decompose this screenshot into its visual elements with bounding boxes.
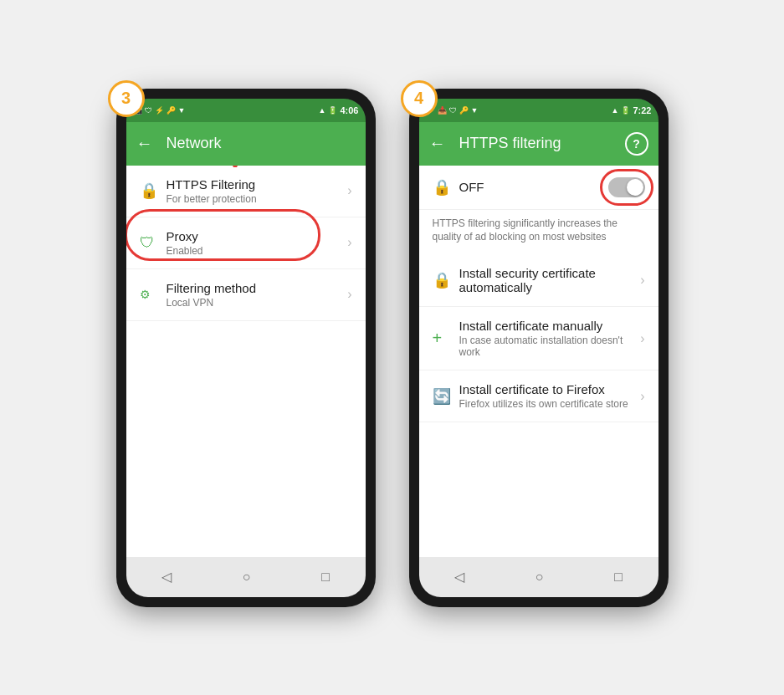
cert-manual-text: Install certificate manually In case aut… [459,319,641,358]
cert-firefox-icon: 🔄 [433,387,459,406]
https-filtering-item[interactable]: 🔒 HTTPS Filtering For better protection … [126,166,366,217]
back-button-3[interactable]: ← [136,134,153,153]
battery-icon-3: 🔋 [328,106,337,115]
cert-auto-icon: 🔒 [433,271,459,289]
proxy-item-arrow: › [347,235,351,250]
app-bar-4: ← HTTPS filtering ? [419,122,658,166]
https-item-text: HTTPS Filtering For better protection [167,177,348,205]
phone-4: ⚡ 📥 🛡 🔑 ▼ ▲ 🔋 7:22 ← HTTPS filtering ? [409,89,669,607]
proxy-item[interactable]: 🛡 Proxy Enabled › [126,217,366,269]
toggle-container [608,177,645,197]
proxy-item-text: Proxy Enabled [167,229,348,257]
status-icon-2: 🛡 [145,106,152,115]
s4-icon-2: 📥 [438,106,447,115]
status-bar-3: 📷 🛡 ⚡ 🔑 ▼ ▲ 🔋 4:06 [126,99,366,122]
phone-3: 📷 🛡 ⚡ 🔑 ▼ ▲ 🔋 4:06 ← Network [116,89,376,607]
off-icon: 🔒 [433,178,459,197]
nav-back-4[interactable]: ◁ [454,569,464,585]
cert-manual-arrow: › [640,331,644,346]
cert-auto-text: Install security certificate automatical… [459,266,641,294]
filtering-item-sub: Local VPN [167,297,348,309]
https-description: HTTPS filtering significantly increases … [419,210,658,255]
help-button-4[interactable]: ? [625,132,648,156]
screen-content-4: 🔒 OFF HTTPS filtering significantly incr… [419,166,658,557]
proxy-icon: 🛡 [140,234,167,252]
bottom-nav-4: ◁ ○ □ [419,557,658,597]
cert-firefox-text: Install certificate to Firefox Firefox u… [459,382,641,410]
step4-container: 4 ⚡ 📥 🛡 🔑 ▼ ▲ 🔋 7:22 ← [409,89,669,607]
time-3: 4:06 [340,105,358,115]
cert-auto-title: Install security certificate automatical… [459,266,641,294]
nav-back-3[interactable]: ◁ [161,569,172,585]
back-button-4[interactable]: ← [429,134,446,153]
app-bar-3: ← Network [126,122,366,166]
install-cert-manual-item[interactable]: + Install certificate manually In case a… [419,307,658,370]
filtering-item-arrow: › [347,287,351,302]
status-icon-5: ▼ [178,106,186,115]
status-bar-4: ⚡ 📥 🛡 🔑 ▼ ▲ 🔋 7:22 [419,99,658,122]
battery-icon-4: 🔋 [621,106,630,115]
filtering-method-item[interactable]: ⚙ Filtering method Local VPN › [126,269,366,321]
status-icons-right-3: ▲ 🔋 4:06 [319,105,359,115]
proxy-item-sub: Enabled [167,245,348,257]
https-item-arrow: › [347,183,351,198]
status-icon-4: 🔑 [167,106,176,115]
https-item-title: HTTPS Filtering [167,177,348,192]
off-label: OFF [459,180,608,194]
wifi-icon-3: ▲ [319,106,326,115]
toggle-knob [627,179,643,196]
step3-container: 3 📷 🛡 ⚡ 🔑 ▼ ▲ 🔋 4:06 ← [116,89,376,607]
off-row: 🔒 OFF [419,166,658,210]
status-icons-right-4: ▲ 🔋 7:22 [612,105,652,115]
nav-home-4[interactable]: ○ [535,570,544,585]
nav-recent-4[interactable]: □ [614,570,623,585]
nav-home-3[interactable]: ○ [243,570,251,585]
cert-firefox-arrow: › [640,389,644,404]
step4-badge: 4 [401,80,438,117]
bottom-nav-3: ◁ ○ □ [126,557,366,597]
cert-manual-title: Install certificate manually [459,319,641,333]
https-icon: 🔒 [140,181,167,200]
install-cert-auto-item[interactable]: 🔒 Install security certificate automatic… [419,254,658,307]
nav-recent-3[interactable]: □ [321,570,330,585]
s4-icon-4: 🔑 [459,106,469,115]
screen-content-3: 🔒 HTTPS Filtering For better protection … [126,166,366,557]
filtering-item-text: Filtering method Local VPN [167,281,348,309]
step3-badge: 3 [108,80,145,117]
status-icon-3: ⚡ [155,106,164,115]
cert-auto-arrow: › [640,273,644,288]
s4-icon-5: ▼ [471,106,479,115]
s4-icon-3: 🛡 [449,106,457,115]
cert-firefox-title: Install certificate to Firefox [459,382,641,396]
time-4: 7:22 [633,105,651,115]
wifi-icon-4: ▲ [612,106,619,115]
cert-manual-sub: In case automatic installation doesn't w… [459,335,641,358]
proxy-item-title: Proxy [167,229,348,243]
https-item-sub: For better protection [167,193,348,205]
install-cert-firefox-item[interactable]: 🔄 Install certificate to Firefox Firefox… [419,370,658,422]
filtering-icon: ⚙ [140,288,167,301]
app-title-3: Network [167,135,356,152]
filtering-item-title: Filtering method [167,281,348,295]
app-title-4: HTTPS filtering [459,135,612,152]
https-toggle[interactable] [608,177,645,197]
cert-manual-icon: + [433,329,459,348]
cert-firefox-sub: Firefox utilizes its own certificate sto… [459,398,641,410]
